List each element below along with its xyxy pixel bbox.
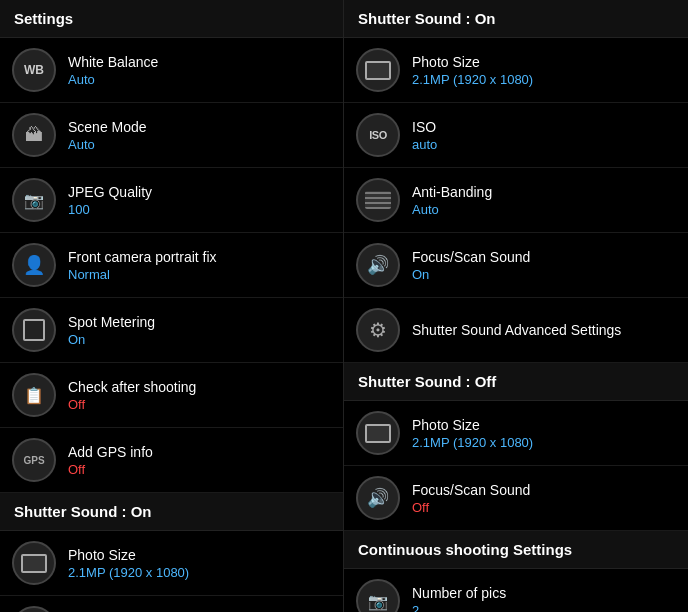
shutter-on-header-left: Shutter Sound : On: [0, 493, 343, 531]
shutter-on-header-right: Shutter Sound : On: [344, 0, 688, 38]
spot-value: On: [68, 332, 155, 347]
num-pics-label: Number of pics: [412, 585, 506, 601]
scene-value: Auto: [68, 137, 147, 152]
focus-sound-on-item[interactable]: 🔊 Focus/Scan Sound On: [344, 233, 688, 298]
shutter-adv-icon: ⚙: [356, 308, 400, 352]
scene-mode-item[interactable]: 🏔 Scene Mode Auto: [0, 103, 343, 168]
jpeg-icon: 📷: [12, 178, 56, 222]
photo-r1-icon: [356, 48, 400, 92]
shutter-adv-item[interactable]: ⚙ Shutter Sound Advanced Settings: [344, 298, 688, 363]
photo-left-icon: [12, 541, 56, 585]
continuous-header: Continuous shooting Settings: [344, 531, 688, 569]
photo-r1-label: Photo Size: [412, 54, 533, 70]
photo-r1-value: 2.1MP (1920 x 1080): [412, 72, 533, 87]
gps-item[interactable]: GPS Add GPS info Off: [0, 428, 343, 493]
iso-left-icon: ISO: [12, 606, 56, 612]
antibanding-value: Auto: [412, 202, 492, 217]
photo-r2-label: Photo Size: [412, 417, 533, 433]
iso-r1-label: ISO: [412, 119, 437, 135]
left-column: Settings WB White Balance Auto 🏔 Scene M…: [0, 0, 344, 612]
shutter-adv-label: Shutter Sound Advanced Settings: [412, 322, 621, 338]
check-shooting-item[interactable]: 📋 Check after shooting Off: [0, 363, 343, 428]
portrait-icon: 👤: [12, 243, 56, 287]
portrait-fix-item[interactable]: 👤 Front camera portrait fix Normal: [0, 233, 343, 298]
sound-on-icon: 🔊: [356, 243, 400, 287]
num-pics-value: 2: [412, 603, 506, 613]
right-column: Shutter Sound : On Photo Size 2.1MP (192…: [344, 0, 688, 612]
wb-value: Auto: [68, 72, 158, 87]
focus-sound-off-value: Off: [412, 500, 530, 515]
photo-size-r1-item[interactable]: Photo Size 2.1MP (1920 x 1080): [344, 38, 688, 103]
check-label: Check after shooting: [68, 379, 196, 395]
scene-icon: 🏔: [12, 113, 56, 157]
photo-left-value: 2.1MP (1920 x 1080): [68, 565, 189, 580]
check-icon: 📋: [12, 373, 56, 417]
spot-metering-item[interactable]: Spot Metering On: [0, 298, 343, 363]
jpeg-value: 100: [68, 202, 152, 217]
anti-banding-item[interactable]: Anti-Banding Auto: [344, 168, 688, 233]
spot-label: Spot Metering: [68, 314, 155, 330]
photo-left-label: Photo Size: [68, 547, 189, 563]
antibanding-label: Anti-Banding: [412, 184, 492, 200]
left-header: Settings: [0, 0, 343, 38]
jpeg-quality-item[interactable]: 📷 JPEG Quality 100: [0, 168, 343, 233]
shutter-off-header: Shutter Sound : Off: [344, 363, 688, 401]
sound-off-icon: 🔊: [356, 476, 400, 520]
photo-size-r2-item[interactable]: Photo Size 2.1MP (1920 x 1080): [344, 401, 688, 466]
focus-sound-on-label: Focus/Scan Sound: [412, 249, 530, 265]
spot-icon: [12, 308, 56, 352]
wb-icon: WB: [12, 48, 56, 92]
photo-size-left-item[interactable]: Photo Size 2.1MP (1920 x 1080): [0, 531, 343, 596]
portrait-label: Front camera portrait fix: [68, 249, 217, 265]
gps-value: Off: [68, 462, 153, 477]
check-value: Off: [68, 397, 196, 412]
iso-left-item[interactable]: ISO ISO: [0, 596, 343, 612]
gps-label: Add GPS info: [68, 444, 153, 460]
focus-sound-off-item[interactable]: 🔊 Focus/Scan Sound Off: [344, 466, 688, 531]
num-pics-item[interactable]: 📷 Number of pics 2: [344, 569, 688, 612]
wb-label: White Balance: [68, 54, 158, 70]
scene-label: Scene Mode: [68, 119, 147, 135]
focus-sound-on-value: On: [412, 267, 530, 282]
iso-r1-icon: ISO: [356, 113, 400, 157]
iso-r1-value: auto: [412, 137, 437, 152]
jpeg-label: JPEG Quality: [68, 184, 152, 200]
white-balance-item[interactable]: WB White Balance Auto: [0, 38, 343, 103]
iso-r1-item[interactable]: ISO ISO auto: [344, 103, 688, 168]
focus-sound-off-label: Focus/Scan Sound: [412, 482, 530, 498]
photo-r2-value: 2.1MP (1920 x 1080): [412, 435, 533, 450]
gps-icon: GPS: [12, 438, 56, 482]
num-pics-icon: 📷: [356, 579, 400, 612]
portrait-value: Normal: [68, 267, 217, 282]
photo-r2-icon: [356, 411, 400, 455]
antibanding-icon: [356, 178, 400, 222]
